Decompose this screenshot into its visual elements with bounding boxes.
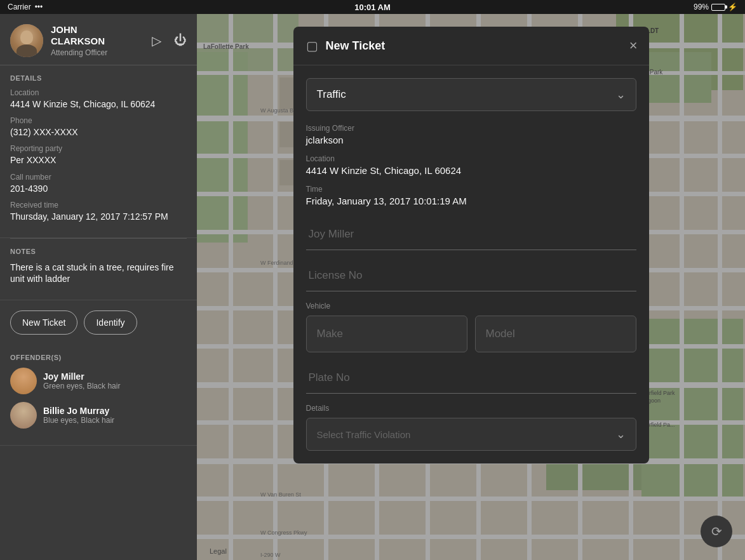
offender-desc-2: Blue eyes, Black hair: [43, 416, 114, 425]
carrier-label: Carrier: [8, 3, 31, 11]
time-row: Time Friday, January 13, 2017 10:01:19 A…: [306, 185, 636, 206]
details-title: DETAILS: [10, 74, 187, 82]
vehicle-fields: [306, 316, 636, 352]
list-item: Joy Miller Green eyes, Black hair: [10, 368, 187, 394]
reporting-party-label: Reporting party: [10, 144, 187, 153]
model-input[interactable]: [475, 316, 636, 352]
license-no-input[interactable]: [306, 260, 636, 291]
charging-icon: ⚡: [728, 3, 737, 11]
modal-location-label: Location: [306, 154, 636, 163]
battery-icon: [711, 4, 725, 11]
list-item: Billie Jo Murray Blue eyes, Black hair: [10, 402, 187, 429]
ticket-type-chevron-icon: ⌄: [616, 88, 626, 102]
location-icon[interactable]: ▷: [152, 33, 161, 48]
make-col: [306, 316, 467, 352]
plate-no-input[interactable]: [306, 363, 636, 394]
officer-info: JOHN CLARKSON Attending Officer: [51, 24, 144, 57]
new-ticket-button[interactable]: New Ticket: [10, 310, 77, 335]
offender-name-1: Joy Miller: [43, 371, 120, 382]
received-time-value: Thursday, January 12, 2017 7:12:57 PM: [10, 211, 187, 222]
header-icons: ▷ ⏻: [152, 33, 187, 48]
location-row: Location 4414 W Kinzie St, Chicago, IL 6…: [306, 154, 636, 176]
new-ticket-modal: ▢ New Ticket × Traffic ⌄ Issuing Officer: [293, 27, 649, 463]
issuing-officer-value: jclarkson: [306, 135, 636, 145]
details-label: Details: [306, 404, 636, 413]
violation-chevron-icon: ⌄: [616, 427, 626, 441]
offender-info-1: Joy Miller Green eyes, Black hair: [43, 371, 120, 390]
time-display: 10:01 AM: [354, 3, 391, 12]
officer-role: Attending Officer: [51, 48, 144, 57]
modal-title: New Ticket: [326, 39, 386, 53]
offender-avatar-2: [10, 402, 37, 429]
identify-button[interactable]: Identify: [84, 310, 137, 335]
action-buttons: New Ticket Identify: [0, 300, 197, 345]
modal-time-value: Friday, January 13, 2017 10:01:19 AM: [306, 196, 636, 206]
offenders-title: OFFENDER(S): [10, 354, 187, 361]
info-grid: Issuing Officer jclarkson Location 4414 …: [306, 124, 636, 206]
details-section: DETAILS Location 4414 W Kinzie St, Chica…: [0, 65, 197, 238]
make-input[interactable]: [306, 316, 467, 352]
violation-dropdown[interactable]: Select Traffic Violation ⌄: [306, 418, 636, 451]
officer-last-name: CLARKSON: [51, 36, 144, 47]
modal-location-value: 4414 W Kinzie St, Chicago, IL 60624: [306, 165, 636, 176]
status-left: Carrier •••: [8, 3, 43, 11]
modal-header: ▢ New Ticket ×: [293, 27, 649, 65]
modal-close-button[interactable]: ×: [629, 39, 638, 53]
name-input[interactable]: [306, 219, 636, 250]
offender-desc-1: Green eyes, Black hair: [43, 382, 120, 390]
notes-title: NOTES: [10, 248, 187, 255]
offender-name-2: Billie Jo Murray: [43, 406, 114, 416]
ticket-icon: ▢: [306, 38, 318, 53]
status-right: 99% ⚡: [694, 3, 737, 11]
issuing-officer-row: Issuing Officer jclarkson: [306, 124, 636, 145]
issuing-officer-label: Issuing Officer: [306, 124, 636, 133]
received-time-label: Received time: [10, 201, 187, 210]
wifi-icon: •••: [35, 3, 43, 11]
location-value: 4414 W Kinzie St, Chicago, IL 60624: [10, 98, 187, 110]
modal-body: Traffic ⌄ Issuing Officer jclarkson Loca…: [293, 65, 649, 463]
battery-percent: 99%: [694, 3, 709, 11]
offenders-section: OFFENDER(S) Joy Miller Green eyes, Black…: [0, 345, 197, 446]
offender-info-2: Billie Jo Murray Blue eyes, Black hair: [43, 406, 114, 425]
location-label: Location: [10, 88, 187, 97]
reporting-party-value: Per XXXXX: [10, 154, 187, 166]
modal-overlay: ▢ New Ticket × Traffic ⌄ Issuing Officer: [197, 14, 745, 560]
notes-text: There is a cat stuck in a tree, requires…: [10, 262, 187, 284]
offender-avatar-1: [10, 368, 37, 394]
map-area: LaFollette Park HUMBOLDT PARK Linden Par…: [197, 14, 745, 560]
sidebar: JOHN CLARKSON Attending Officer ▷ ⏻ DETA…: [0, 14, 197, 560]
phone-value: (312) XXX-XXXX: [10, 126, 187, 138]
ticket-type-dropdown[interactable]: Traffic ⌄: [306, 78, 636, 111]
notes-section: NOTES There is a cat stuck in a tree, re…: [0, 239, 197, 300]
main-layout: JOHN CLARKSON Attending Officer ▷ ⏻ DETA…: [0, 14, 745, 560]
ticket-type-value: Traffic: [317, 88, 346, 101]
vehicle-label: Vehicle: [306, 302, 636, 310]
call-number-value: 201-4390: [10, 183, 187, 194]
call-number-label: Call number: [10, 173, 187, 182]
avatar: [10, 24, 43, 57]
violation-placeholder: Select Traffic Violation: [317, 429, 411, 440]
officer-first-name: JOHN: [51, 24, 144, 36]
officer-header: JOHN CLARKSON Attending Officer ▷ ⏻: [0, 14, 197, 65]
status-bar: Carrier ••• 10:01 AM 99% ⚡: [0, 0, 745, 14]
model-col: [475, 316, 636, 352]
power-icon[interactable]: ⏻: [174, 33, 187, 48]
phone-label: Phone: [10, 116, 187, 125]
modal-time-label: Time: [306, 185, 636, 194]
